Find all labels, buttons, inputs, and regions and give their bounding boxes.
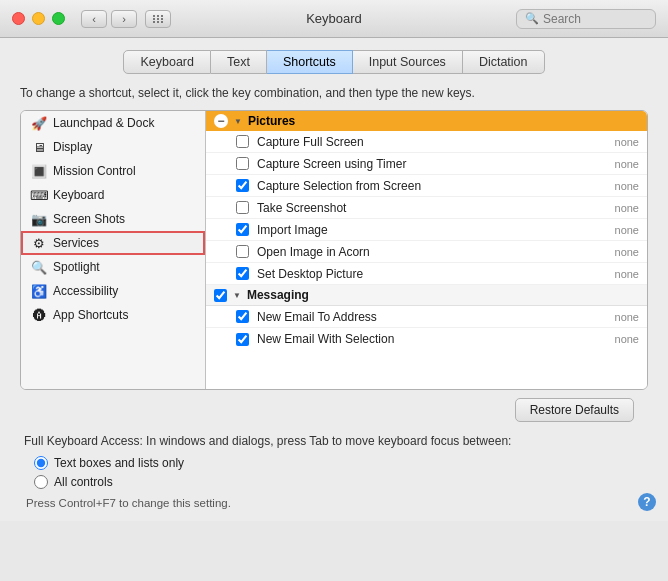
sidebar-label-spotlight: Spotlight [53,260,100,274]
key-capture-timer: none [599,158,639,170]
bottom-section: Full Keyboard Access: In windows and dia… [20,434,648,509]
window-title: Keyboard [306,11,362,26]
keyboard-icon: ⌨ [31,187,47,203]
mission-control-icon: 🔳 [31,163,47,179]
sidebar-item-app-shortcuts[interactable]: 🅐 App Shortcuts [21,303,205,327]
restore-defaults-row: Restore Defaults [20,398,648,422]
checkbox-new-email-address[interactable] [236,310,249,323]
radio-text-boxes-label: Text boxes and lists only [54,456,184,470]
sidebar-item-display[interactable]: 🖥 Display [21,135,205,159]
expand-icon: ▼ [234,117,242,126]
tab-input-sources[interactable]: Input Sources [353,50,463,74]
titlebar: ‹ › Keyboard 🔍 [0,0,668,38]
radio-text-boxes[interactable]: Text boxes and lists only [34,456,644,470]
press-hint: Press Control+F7 to change this setting. [26,497,644,509]
label-set-desktop: Set Desktop Picture [257,267,591,281]
help-icon: ? [643,495,650,509]
forward-button[interactable]: › [111,10,137,28]
checkbox-new-email-selection[interactable] [236,333,249,346]
search-icon: 🔍 [525,12,539,25]
tab-keyboard[interactable]: Keyboard [123,50,211,74]
launchpad-icon: 🚀 [31,115,47,131]
sidebar-item-launchpad[interactable]: 🚀 Launchpad & Dock [21,111,205,135]
key-new-email-address: none [599,311,639,323]
key-take-screenshot: none [599,202,639,214]
key-capture-selection: none [599,180,639,192]
checkbox-take-screenshot[interactable] [236,201,249,214]
label-open-acorn: Open Image in Acorn [257,245,591,259]
collapse-button[interactable]: − [214,114,228,128]
shortcut-row-9: New Email With Selection none [206,328,647,350]
sidebar-label-services: Services [53,236,99,250]
maximize-button[interactable] [52,12,65,25]
sidebar-item-accessibility[interactable]: ♿ Accessibility [21,279,205,303]
checkbox-messaging-section[interactable] [214,289,227,302]
sidebar-label-screenshots: Screen Shots [53,212,125,226]
sidebar-label-mission-control: Mission Control [53,164,136,178]
app-shortcuts-icon: 🅐 [31,307,47,323]
search-bar[interactable]: 🔍 [516,9,656,29]
checkbox-set-desktop[interactable] [236,267,249,280]
tab-text[interactable]: Text [211,50,267,74]
shortcut-row-5: Import Image none [206,219,647,241]
tab-bar: Keyboard Text Shortcuts Input Sources Di… [20,50,648,74]
tab-dictation[interactable]: Dictation [463,50,545,74]
key-import-image: none [599,224,639,236]
spotlight-icon: 🔍 [31,259,47,275]
sidebar-item-services[interactable]: ⚙ Services [21,231,205,255]
radio-group: Text boxes and lists only All controls [34,456,644,489]
instruction-text: To change a shortcut, select it, click t… [20,86,648,100]
checkbox-capture-full[interactable] [236,135,249,148]
help-button[interactable]: ? [638,493,656,511]
shortcut-row-4: Take Screenshot none [206,197,647,219]
checkbox-import-image[interactable] [236,223,249,236]
key-capture-full: none [599,136,639,148]
label-capture-selection: Capture Selection from Screen [257,179,591,193]
grid-button[interactable] [145,10,171,28]
right-panel: − ▼ Pictures Capture Full Screen none Ca… [206,111,647,389]
services-icon: ⚙ [31,235,47,251]
close-button[interactable] [12,12,25,25]
checkbox-open-acorn[interactable] [236,245,249,258]
messaging-section-header: ▼ Messaging [206,285,647,306]
shortcuts-header-label: Pictures [248,114,295,128]
messaging-label: Messaging [247,288,309,302]
screenshots-icon: 📷 [31,211,47,227]
radio-all-controls-label: All controls [54,475,113,489]
display-icon: 🖥 [31,139,47,155]
shortcut-row-1: Capture Full Screen none [206,131,647,153]
window-controls [12,12,65,25]
checkbox-capture-selection[interactable] [236,179,249,192]
radio-all-controls-input[interactable] [34,475,48,489]
shortcut-row-7: Set Desktop Picture none [206,263,647,285]
sidebar-item-keyboard[interactable]: ⌨ Keyboard [21,183,205,207]
back-button[interactable]: ‹ [81,10,107,28]
grid-icon [153,15,164,23]
minimize-button[interactable] [32,12,45,25]
label-new-email-selection: New Email With Selection [257,332,591,346]
shortcut-row-3: Capture Selection from Screen none [206,175,647,197]
label-capture-timer: Capture Screen using Timer [257,157,591,171]
restore-defaults-button[interactable]: Restore Defaults [515,398,634,422]
sidebar-label-keyboard: Keyboard [53,188,104,202]
tab-shortcuts[interactable]: Shortcuts [267,50,353,74]
radio-text-boxes-input[interactable] [34,456,48,470]
radio-all-controls[interactable]: All controls [34,475,644,489]
panel-area: 🚀 Launchpad & Dock 🖥 Display 🔳 Mission C… [20,110,648,390]
sidebar-item-spotlight[interactable]: 🔍 Spotlight [21,255,205,279]
sidebar: 🚀 Launchpad & Dock 🖥 Display 🔳 Mission C… [21,111,206,389]
checkbox-capture-timer[interactable] [236,157,249,170]
sidebar-item-screenshots[interactable]: 📷 Screen Shots [21,207,205,231]
shortcut-row-6: Open Image in Acorn none [206,241,647,263]
shortcut-row-8: New Email To Address none [206,306,647,328]
sidebar-label-display: Display [53,140,92,154]
key-new-email-selection: none [599,333,639,345]
nav-buttons: ‹ › [81,10,137,28]
label-capture-full: Capture Full Screen [257,135,591,149]
sidebar-item-mission-control[interactable]: 🔳 Mission Control [21,159,205,183]
search-input[interactable] [543,12,647,26]
accessibility-icon: ♿ [31,283,47,299]
sidebar-label-app-shortcuts: App Shortcuts [53,308,128,322]
shortcut-row-2: Capture Screen using Timer none [206,153,647,175]
sidebar-label-accessibility: Accessibility [53,284,118,298]
